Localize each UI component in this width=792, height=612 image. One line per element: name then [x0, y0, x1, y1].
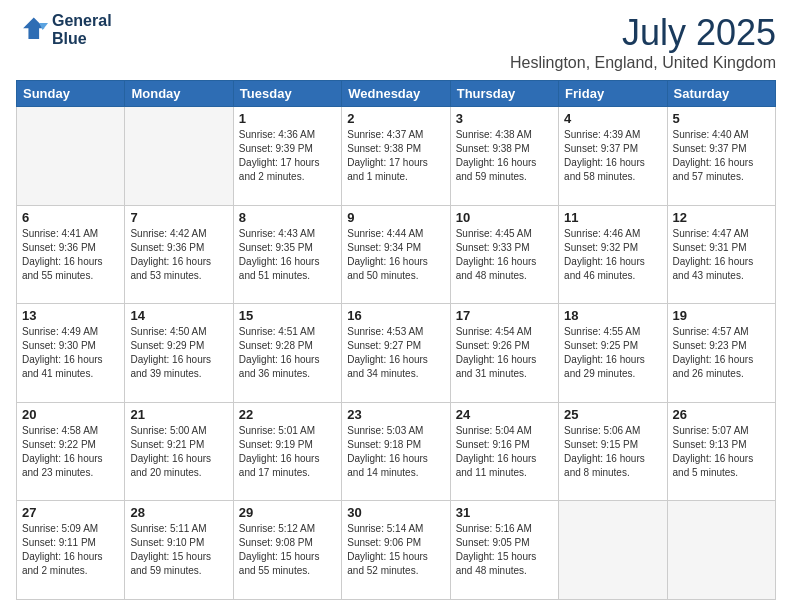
day-number: 3	[456, 111, 553, 126]
day-number: 9	[347, 210, 444, 225]
day-number: 25	[564, 407, 661, 422]
day-number: 14	[130, 308, 227, 323]
day-number: 8	[239, 210, 336, 225]
day-info: Sunrise: 4:37 AMSunset: 9:38 PMDaylight:…	[347, 128, 444, 184]
calendar-cell: 17Sunrise: 4:54 AMSunset: 9:26 PMDayligh…	[450, 304, 558, 403]
day-number: 30	[347, 505, 444, 520]
day-info: Sunrise: 4:43 AMSunset: 9:35 PMDaylight:…	[239, 227, 336, 283]
calendar-week-row: 1Sunrise: 4:36 AMSunset: 9:39 PMDaylight…	[17, 107, 776, 206]
day-info: Sunrise: 5:14 AMSunset: 9:06 PMDaylight:…	[347, 522, 444, 578]
day-info: Sunrise: 4:45 AMSunset: 9:33 PMDaylight:…	[456, 227, 553, 283]
day-number: 29	[239, 505, 336, 520]
calendar-cell	[559, 501, 667, 600]
calendar-cell: 21Sunrise: 5:00 AMSunset: 9:21 PMDayligh…	[125, 402, 233, 501]
calendar-cell: 24Sunrise: 5:04 AMSunset: 9:16 PMDayligh…	[450, 402, 558, 501]
calendar-cell: 13Sunrise: 4:49 AMSunset: 9:30 PMDayligh…	[17, 304, 125, 403]
calendar-cell: 5Sunrise: 4:40 AMSunset: 9:37 PMDaylight…	[667, 107, 775, 206]
calendar-cell: 6Sunrise: 4:41 AMSunset: 9:36 PMDaylight…	[17, 205, 125, 304]
logo-icon	[16, 14, 48, 46]
calendar-cell: 1Sunrise: 4:36 AMSunset: 9:39 PMDaylight…	[233, 107, 341, 206]
day-info: Sunrise: 4:38 AMSunset: 9:38 PMDaylight:…	[456, 128, 553, 184]
title-area: July 2025 Heslington, England, United Ki…	[510, 12, 776, 72]
calendar-cell: 30Sunrise: 5:14 AMSunset: 9:06 PMDayligh…	[342, 501, 450, 600]
calendar-table: SundayMondayTuesdayWednesdayThursdayFrid…	[16, 80, 776, 600]
day-info: Sunrise: 5:00 AMSunset: 9:21 PMDaylight:…	[130, 424, 227, 480]
weekday-header: Saturday	[667, 81, 775, 107]
weekday-header: Wednesday	[342, 81, 450, 107]
day-info: Sunrise: 4:49 AMSunset: 9:30 PMDaylight:…	[22, 325, 119, 381]
day-number: 4	[564, 111, 661, 126]
calendar-cell: 7Sunrise: 4:42 AMSunset: 9:36 PMDaylight…	[125, 205, 233, 304]
day-info: Sunrise: 5:03 AMSunset: 9:18 PMDaylight:…	[347, 424, 444, 480]
calendar-cell: 16Sunrise: 4:53 AMSunset: 9:27 PMDayligh…	[342, 304, 450, 403]
calendar-cell: 18Sunrise: 4:55 AMSunset: 9:25 PMDayligh…	[559, 304, 667, 403]
day-info: Sunrise: 5:06 AMSunset: 9:15 PMDaylight:…	[564, 424, 661, 480]
day-number: 26	[673, 407, 770, 422]
day-info: Sunrise: 5:01 AMSunset: 9:19 PMDaylight:…	[239, 424, 336, 480]
day-number: 17	[456, 308, 553, 323]
day-info: Sunrise: 4:46 AMSunset: 9:32 PMDaylight:…	[564, 227, 661, 283]
day-info: Sunrise: 5:07 AMSunset: 9:13 PMDaylight:…	[673, 424, 770, 480]
calendar-cell	[17, 107, 125, 206]
calendar-week-row: 6Sunrise: 4:41 AMSunset: 9:36 PMDaylight…	[17, 205, 776, 304]
day-info: Sunrise: 4:53 AMSunset: 9:27 PMDaylight:…	[347, 325, 444, 381]
day-info: Sunrise: 4:54 AMSunset: 9:26 PMDaylight:…	[456, 325, 553, 381]
calendar-week-row: 20Sunrise: 4:58 AMSunset: 9:22 PMDayligh…	[17, 402, 776, 501]
day-number: 12	[673, 210, 770, 225]
calendar-cell: 22Sunrise: 5:01 AMSunset: 9:19 PMDayligh…	[233, 402, 341, 501]
day-number: 31	[456, 505, 553, 520]
day-number: 13	[22, 308, 119, 323]
calendar-week-row: 27Sunrise: 5:09 AMSunset: 9:11 PMDayligh…	[17, 501, 776, 600]
calendar-cell: 14Sunrise: 4:50 AMSunset: 9:29 PMDayligh…	[125, 304, 233, 403]
day-info: Sunrise: 5:09 AMSunset: 9:11 PMDaylight:…	[22, 522, 119, 578]
day-number: 19	[673, 308, 770, 323]
calendar-cell: 10Sunrise: 4:45 AMSunset: 9:33 PMDayligh…	[450, 205, 558, 304]
calendar-cell	[667, 501, 775, 600]
day-info: Sunrise: 4:58 AMSunset: 9:22 PMDaylight:…	[22, 424, 119, 480]
day-info: Sunrise: 4:47 AMSunset: 9:31 PMDaylight:…	[673, 227, 770, 283]
calendar-cell: 19Sunrise: 4:57 AMSunset: 9:23 PMDayligh…	[667, 304, 775, 403]
calendar-cell: 29Sunrise: 5:12 AMSunset: 9:08 PMDayligh…	[233, 501, 341, 600]
calendar-cell: 12Sunrise: 4:47 AMSunset: 9:31 PMDayligh…	[667, 205, 775, 304]
day-number: 27	[22, 505, 119, 520]
day-number: 18	[564, 308, 661, 323]
calendar-cell: 4Sunrise: 4:39 AMSunset: 9:37 PMDaylight…	[559, 107, 667, 206]
calendar-cell: 15Sunrise: 4:51 AMSunset: 9:28 PMDayligh…	[233, 304, 341, 403]
calendar-cell: 26Sunrise: 5:07 AMSunset: 9:13 PMDayligh…	[667, 402, 775, 501]
day-number: 28	[130, 505, 227, 520]
day-info: Sunrise: 4:41 AMSunset: 9:36 PMDaylight:…	[22, 227, 119, 283]
logo: General Blue	[16, 12, 112, 47]
main-title: July 2025	[510, 12, 776, 54]
calendar-cell: 31Sunrise: 5:16 AMSunset: 9:05 PMDayligh…	[450, 501, 558, 600]
calendar-header-row: SundayMondayTuesdayWednesdayThursdayFrid…	[17, 81, 776, 107]
day-info: Sunrise: 4:57 AMSunset: 9:23 PMDaylight:…	[673, 325, 770, 381]
calendar-cell: 3Sunrise: 4:38 AMSunset: 9:38 PMDaylight…	[450, 107, 558, 206]
day-info: Sunrise: 4:44 AMSunset: 9:34 PMDaylight:…	[347, 227, 444, 283]
calendar-cell: 23Sunrise: 5:03 AMSunset: 9:18 PMDayligh…	[342, 402, 450, 501]
calendar-cell: 27Sunrise: 5:09 AMSunset: 9:11 PMDayligh…	[17, 501, 125, 600]
calendar-cell: 20Sunrise: 4:58 AMSunset: 9:22 PMDayligh…	[17, 402, 125, 501]
day-number: 20	[22, 407, 119, 422]
page-header: General Blue July 2025 Heslington, Engla…	[16, 12, 776, 72]
day-number: 5	[673, 111, 770, 126]
day-number: 7	[130, 210, 227, 225]
day-info: Sunrise: 4:51 AMSunset: 9:28 PMDaylight:…	[239, 325, 336, 381]
subtitle: Heslington, England, United Kingdom	[510, 54, 776, 72]
day-number: 16	[347, 308, 444, 323]
day-number: 2	[347, 111, 444, 126]
day-number: 1	[239, 111, 336, 126]
day-number: 15	[239, 308, 336, 323]
calendar-cell: 2Sunrise: 4:37 AMSunset: 9:38 PMDaylight…	[342, 107, 450, 206]
day-number: 6	[22, 210, 119, 225]
weekday-header: Sunday	[17, 81, 125, 107]
weekday-header: Thursday	[450, 81, 558, 107]
calendar-cell: 11Sunrise: 4:46 AMSunset: 9:32 PMDayligh…	[559, 205, 667, 304]
day-number: 24	[456, 407, 553, 422]
day-info: Sunrise: 4:40 AMSunset: 9:37 PMDaylight:…	[673, 128, 770, 184]
day-number: 23	[347, 407, 444, 422]
calendar-cell: 25Sunrise: 5:06 AMSunset: 9:15 PMDayligh…	[559, 402, 667, 501]
day-number: 10	[456, 210, 553, 225]
day-number: 11	[564, 210, 661, 225]
calendar-week-row: 13Sunrise: 4:49 AMSunset: 9:30 PMDayligh…	[17, 304, 776, 403]
day-number: 22	[239, 407, 336, 422]
